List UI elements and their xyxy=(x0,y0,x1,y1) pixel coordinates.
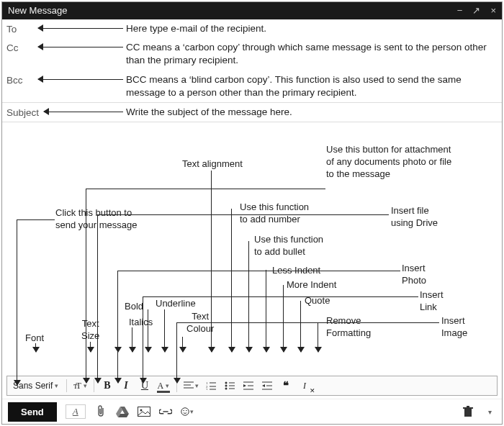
note-align: Text alignment xyxy=(182,158,243,171)
svg-point-31 xyxy=(186,410,187,412)
title-bar: New Message − ↗ × xyxy=(2,2,502,19)
note-removefmt: Remove Formatting xyxy=(326,315,371,340)
quote-button[interactable]: ❝ xyxy=(278,379,294,393)
note-image: Insert Image xyxy=(441,315,467,340)
send-button[interactable]: Send xyxy=(8,402,57,422)
svg-point-30 xyxy=(183,410,184,412)
remove-format-button[interactable]: I✕ xyxy=(297,379,312,393)
to-label[interactable]: To xyxy=(6,22,38,35)
cc-desc: CC means a ‘carbon copy’ through which s… xyxy=(123,41,498,67)
cc-arrow xyxy=(38,41,123,54)
bcc-arrow xyxy=(38,73,123,86)
body-area[interactable]: Text alignment Use this button for attac… xyxy=(2,122,502,376)
note-send: Click this button to send your message xyxy=(55,207,171,232)
note-moreindent: More Indent xyxy=(287,279,336,291)
window-buttons: − ↗ × xyxy=(457,2,496,19)
compose-window: New Message − ↗ × To Here type e-mail of… xyxy=(1,1,503,425)
drive-icon[interactable] xyxy=(116,405,129,418)
minimize-icon[interactable]: − xyxy=(457,2,463,19)
subject-arrow xyxy=(44,106,123,119)
note-bold: Bold xyxy=(125,301,143,313)
trash-icon[interactable] xyxy=(462,405,474,418)
note-numlist: Use this function to add number xyxy=(240,201,341,226)
cc-label[interactable]: Cc xyxy=(6,41,38,53)
svg-rect-33 xyxy=(463,407,473,409)
note-font: Font xyxy=(25,332,44,345)
format-toolbar: Sans Serif▾ тT▾ B I U A▾ ▾ 123 ❝ xyxy=(6,376,498,396)
window-title: New Message xyxy=(8,2,457,19)
note-underline: Underline xyxy=(156,298,196,310)
note-drive: Insert file using Drive xyxy=(391,205,477,230)
note-bullist: Use this function to add bullet xyxy=(254,234,355,258)
emoji-icon[interactable]: ▾ xyxy=(181,405,194,418)
svg-point-27 xyxy=(140,409,142,412)
svg-point-13 xyxy=(225,388,227,390)
cc-row: Cc CC means a ‘carbon copy’ through whic… xyxy=(2,38,502,70)
attach-icon[interactable] xyxy=(94,405,107,418)
subject-row: Subject Write the subject of the message… xyxy=(2,103,502,122)
close-icon[interactable]: × xyxy=(490,2,496,19)
link-icon[interactable] xyxy=(159,405,172,418)
note-link: Insert Link xyxy=(420,289,444,314)
subject-label[interactable]: Subject xyxy=(6,106,44,118)
format-toggle-button[interactable]: A xyxy=(66,404,86,419)
svg-marker-16 xyxy=(243,384,246,387)
popout-icon[interactable]: ↗ xyxy=(472,2,480,19)
to-desc: Here type e-mail of the recipient. xyxy=(123,22,498,35)
numbered-list-button[interactable]: 123 xyxy=(203,379,219,393)
more-icon[interactable]: ▾ xyxy=(483,405,496,418)
bold-button[interactable]: B xyxy=(99,379,115,393)
svg-point-11 xyxy=(225,385,227,387)
photo-icon[interactable] xyxy=(138,405,150,418)
svg-text:3: 3 xyxy=(206,388,208,390)
bcc-row: Bcc BCC means a ‘blind carbon copy’. Thi… xyxy=(2,71,502,103)
note-attach: Use this button for attachment of any do… xyxy=(326,144,485,181)
subject-desc: Write the subject of the message here. xyxy=(123,106,498,119)
svg-rect-34 xyxy=(467,406,469,407)
svg-rect-26 xyxy=(138,407,150,417)
svg-rect-32 xyxy=(464,409,472,417)
note-photo: Insert Photo xyxy=(402,263,426,287)
to-row: To Here type e-mail of the recipient. xyxy=(2,19,502,38)
align-button[interactable]: ▾ xyxy=(182,379,200,393)
bcc-desc: BCC means a ‘blind carbon copy’. This fu… xyxy=(123,73,498,99)
bcc-label[interactable]: Bcc xyxy=(6,73,38,86)
to-arrow xyxy=(38,22,123,35)
text-colour-button[interactable]: A▾ xyxy=(156,379,171,393)
bullet-list-button[interactable] xyxy=(222,379,238,393)
send-bar: Send A ▾ ▾ xyxy=(2,399,502,424)
indent-more-button[interactable] xyxy=(259,379,275,393)
indent-less-button[interactable] xyxy=(240,379,256,393)
svg-marker-20 xyxy=(262,384,265,387)
svg-point-9 xyxy=(225,382,227,384)
svg-point-29 xyxy=(181,408,189,416)
